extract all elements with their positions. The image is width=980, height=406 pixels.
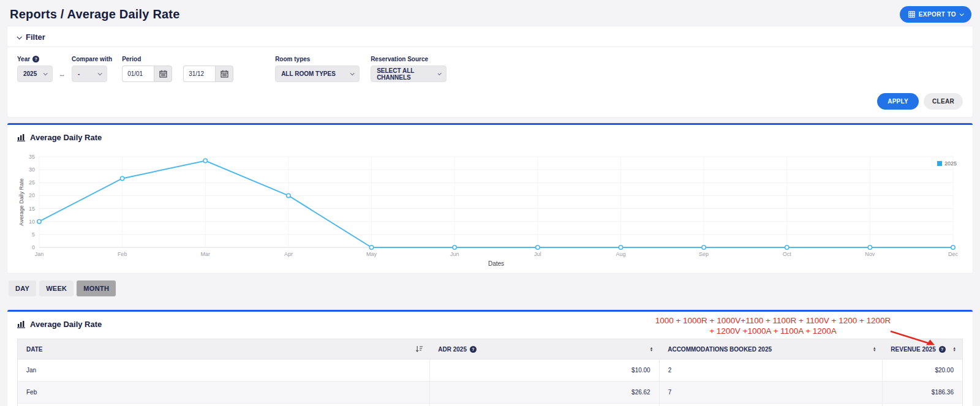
svg-text:Apr: Apr (284, 251, 293, 257)
filter-header[interactable]: Filter (7, 26, 973, 47)
svg-text:Mar: Mar (201, 251, 211, 257)
grid-icon (908, 11, 915, 18)
booked-cell: 2 (659, 359, 882, 382)
sort-arrows-icon[interactable]: ▲▼ (873, 347, 876, 351)
svg-text:10: 10 (29, 219, 35, 225)
compare-with-label: Compare with (72, 56, 112, 62)
period-label: Period (122, 56, 233, 62)
revenue-cell: $186.36 (882, 382, 962, 404)
svg-text:Average Daily Rate: Average Daily Rate (18, 178, 24, 225)
adr-cell: $26.62 (429, 382, 659, 404)
adr-line-chart: 05101520253035JanFebMarAprMayJunJulAugSe… (17, 148, 963, 269)
calendar-icon[interactable] (215, 66, 233, 82)
empty-cell (659, 404, 882, 406)
year-group: Year? 2025 (17, 56, 53, 82)
svg-text:Aug: Aug (616, 251, 625, 257)
period-to (183, 66, 233, 82)
column-header-date[interactable]: DATE (18, 339, 430, 359)
revenue-formula-annotation: 1000 + 1000R + 1000V+1100 + 1100R + 1100… (644, 315, 902, 336)
bar-chart-icon (17, 320, 26, 328)
annotation-arrow-icon (888, 328, 937, 348)
chevron-down-icon (98, 71, 102, 75)
svg-text:Dec: Dec (948, 251, 959, 257)
adr-table-body: Jan$10.002$20.00Feb$26.627$186.36 (18, 359, 963, 406)
sort-arrows-icon[interactable]: ▲▼ (650, 347, 653, 351)
sort-arrows-icon[interactable]: ▲▼ (953, 347, 956, 351)
svg-text:35: 35 (29, 154, 35, 160)
table-header-row: DATE ADR 2025 ? ▲▼ (18, 339, 963, 359)
bar-chart-icon (17, 133, 26, 141)
toggle-week-button[interactable]: WEEK (39, 280, 74, 296)
svg-text:5: 5 (32, 231, 35, 238)
legend-swatch-2025 (937, 161, 942, 166)
compare-with-group: Compare with - (72, 56, 112, 82)
table-title-text: Average Daily Rate (30, 320, 102, 329)
chevron-down-icon (438, 72, 442, 75)
adr-chart-panel: Average Daily Rate 2025 05101520253035Ja… (7, 123, 973, 273)
period-from-input[interactable] (122, 66, 154, 82)
room-types-value: ALL ROOM TYPES (281, 70, 336, 77)
chevron-down-icon (960, 12, 964, 16)
clear-button[interactable]: CLEAR (924, 93, 963, 110)
room-types-select[interactable]: ALL ROOM TYPES (275, 66, 360, 82)
empty-cell (18, 404, 430, 406)
table-row: Feb$26.627$186.36 (18, 382, 963, 404)
top-bar: Reports / Average Daily Rate EXPORT TO (0, 0, 980, 26)
toggle-day-button[interactable]: DAY (9, 280, 36, 296)
svg-text:0: 0 (32, 244, 35, 250)
compare-with-value: - (78, 70, 80, 77)
svg-text:Nov: Nov (865, 251, 875, 257)
table-row (18, 404, 963, 406)
svg-text:May: May (366, 251, 377, 257)
chart-panel-title: Average Daily Rate (7, 125, 973, 148)
svg-text:Jul: Jul (534, 251, 541, 257)
filter-panel: Filter Year? 2025 ↔ Compare with - Perio… (7, 26, 973, 117)
empty-cell (429, 404, 659, 406)
compare-with-select[interactable]: - (72, 66, 107, 82)
year-select[interactable]: 2025 (17, 66, 53, 82)
collapse-chevron-icon (17, 34, 21, 39)
export-to-button[interactable]: EXPORT TO (900, 6, 971, 23)
column-header-booked[interactable]: ACCOMMODATIONS BOOKED 2025 ▲▼ (659, 339, 882, 359)
svg-text:20: 20 (29, 192, 35, 198)
period-from (122, 66, 172, 82)
filter-title: Filter (26, 32, 45, 42)
date-cell: Jan (18, 359, 430, 382)
booked-cell: 7 (659, 382, 882, 404)
svg-text:15: 15 (29, 206, 35, 212)
room-types-label: Room types (275, 56, 360, 62)
svg-text:Feb: Feb (118, 251, 127, 257)
year-help-icon[interactable]: ? (32, 56, 39, 62)
svg-text:Jun: Jun (450, 251, 459, 257)
chart-title-text: Average Daily Rate (30, 133, 102, 142)
reservation-source-select[interactable]: SELECT ALL CHANNELS (371, 66, 447, 82)
period-group: Period (122, 56, 233, 82)
year-label: Year (17, 56, 30, 62)
revenue-cell: $20.00 (882, 359, 962, 382)
reservation-source-value: SELECT ALL CHANNELS (377, 67, 432, 81)
adr-help-icon[interactable]: ? (470, 346, 477, 353)
filter-controls: Year? 2025 ↔ Compare with - Period (7, 47, 973, 85)
empty-cell (882, 404, 962, 406)
sort-list-icon[interactable] (415, 345, 423, 353)
adr-table: DATE ADR 2025 ? ▲▼ (17, 339, 963, 406)
adr-table-panel: Average Daily Rate 1000 + 1000R + 1000V+… (7, 310, 973, 406)
swap-arrow-icon: ↔ (59, 70, 66, 82)
filter-actions: APPLY CLEAR (7, 85, 973, 110)
toggle-month-button[interactable]: MONTH (77, 280, 116, 296)
revenue-help-icon[interactable]: ? (939, 346, 946, 353)
export-to-label: EXPORT TO (919, 11, 956, 18)
column-header-adr[interactable]: ADR 2025 ? ▲▼ (429, 339, 659, 359)
svg-text:Oct: Oct (783, 251, 792, 257)
table-row: Jan$10.002$20.00 (18, 359, 963, 382)
chart-legend[interactable]: 2025 (937, 160, 957, 167)
svg-text:Dates: Dates (488, 260, 504, 267)
reservation-source-group: Reservation Source SELECT ALL CHANNELS (371, 56, 447, 82)
annotation-line-1: 1000 + 1000R + 1000V+1100 + 1100R + 1100… (644, 315, 902, 326)
year-value: 2025 (23, 70, 37, 77)
apply-button[interactable]: APPLY (877, 93, 919, 110)
calendar-icon[interactable] (154, 66, 172, 82)
period-to-input[interactable] (183, 66, 215, 82)
svg-text:Sep: Sep (699, 251, 709, 257)
legend-label: 2025 (944, 160, 957, 167)
